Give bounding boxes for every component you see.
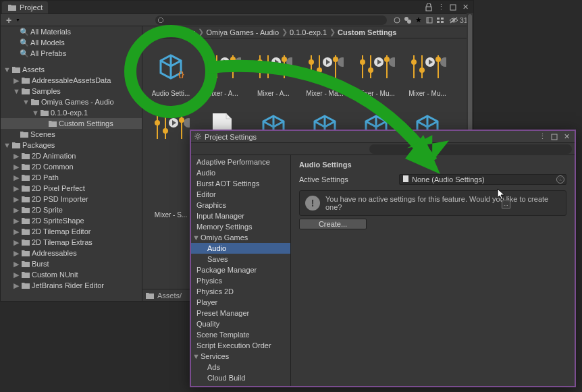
close-icon[interactable]: ✕	[561, 132, 572, 142]
grid-item[interactable]: Mixer - Ma...	[299, 44, 350, 105]
cat-omiya[interactable]: ▼Omiya Games	[191, 232, 290, 243]
filter-label-icon[interactable]	[403, 16, 413, 25]
folder-icon	[21, 238, 30, 246]
fav-all-models[interactable]: 🔍All Models	[17, 37, 142, 48]
grid-item-label: Mixer - Ma...	[302, 90, 348, 97]
close-icon[interactable]: ✕	[460, 2, 471, 13]
fav-all-prefabs[interactable]: 🔍All Prefabs	[17, 48, 142, 59]
grid-item[interactable]: Mixer - S...	[145, 165, 196, 226]
cat-script[interactable]: Script Execution Order	[191, 340, 290, 351]
tab-label: Project	[20, 3, 43, 11]
cat-physics2d[interactable]: Physics 2D	[191, 286, 290, 297]
tree-pkg-2danim[interactable]: ▶2D Animation	[1, 150, 142, 161]
cat-quality[interactable]: Quality	[191, 318, 290, 329]
asset-thumb-icon	[305, 47, 345, 87]
chevron-right-icon: ❯	[282, 28, 287, 36]
folder-icon	[11, 141, 21, 149]
cat-player[interactable]: Player	[191, 297, 290, 308]
tree-assets[interactable]: ▼Assets	[1, 64, 142, 75]
cat-adaptive[interactable]: Adaptive Performance	[191, 157, 290, 167]
active-settings-value: None (Audio Settings)	[412, 175, 485, 184]
cat-preset[interactable]: Preset Manager	[191, 308, 290, 318]
grid-item[interactable]: Mixer - Mu...	[402, 44, 453, 105]
cat-burst[interactable]: Burst AOT Settings	[191, 178, 290, 189]
tree-custom-settings[interactable]: Custom Settings	[1, 118, 142, 129]
grid-item-label: Mixer - S...	[148, 211, 194, 219]
create-button[interactable]: Create...	[299, 219, 367, 229]
folder-icon	[7, 3, 17, 11]
menu-icon[interactable]: ⋮	[435, 2, 446, 13]
tree-pkg-addr[interactable]: ▶Addressables	[1, 248, 142, 258]
maximize-icon[interactable]	[549, 132, 560, 142]
grid-item[interactable]: Mixer - Mu...	[350, 44, 402, 105]
grid-item[interactable]: Mixer - A...	[248, 44, 299, 105]
crumb-2[interactable]: Omiya Games - Audio	[206, 28, 279, 36]
dropdown-arrow-icon[interactable]: ▼	[16, 18, 20, 22]
svg-rect-70	[552, 134, 557, 140]
project-tab[interactable]: Project	[2, 1, 48, 13]
svg-point-3	[407, 20, 411, 24]
tree-pkg-burst[interactable]: ▶Burst	[1, 258, 142, 269]
cat-audio[interactable]: Audio	[191, 167, 290, 178]
cat-omiya-saves[interactable]: Saves	[191, 254, 290, 264]
tree-addressable[interactable]: ▶AddressableAssetsData	[1, 75, 142, 86]
tree-pkg-2dtmex[interactable]: ▶2D Tilemap Extras	[1, 237, 142, 248]
lock-icon[interactable]	[423, 2, 434, 13]
save-search-icon[interactable]: ★	[414, 16, 423, 25]
asset-thumb-icon	[253, 47, 294, 87]
grid-item[interactable]: {}Audio Setti...	[145, 44, 196, 105]
fav-all-materials[interactable]: 🔍All Materials	[17, 26, 142, 37]
object-picker-icon[interactable]: ☉	[556, 175, 564, 184]
crumb-3[interactable]: 0.1.0-exp.1	[290, 28, 327, 36]
settings-icon[interactable]	[425, 16, 434, 25]
settings-header: Project Settings ⋮ ✕	[191, 131, 575, 143]
tree-version[interactable]: ▼0.1.0-exp.1	[1, 107, 142, 118]
svg-point-47	[384, 57, 390, 62]
folder-icon	[21, 184, 30, 192]
grid-item-label: Mixer - Mu...	[353, 90, 399, 97]
cat-scene[interactable]: Scene Template	[191, 329, 290, 340]
menu-icon[interactable]: ⋮	[537, 132, 548, 142]
tree-pkg-2dcommon[interactable]: ▶2D Common	[1, 161, 142, 172]
eye-slash-icon	[449, 17, 458, 24]
grid-item[interactable]	[145, 105, 196, 165]
tree-omiya[interactable]: ▼Omiya Games - Audio	[1, 96, 142, 107]
chevron-right-icon: ❯	[167, 28, 172, 36]
cat-pkgmgr[interactable]: Package Manager	[191, 264, 290, 275]
settings-categories: Adaptive Performance Audio Burst AOT Set…	[191, 155, 291, 386]
cat-input[interactable]: Input Manager	[191, 211, 290, 221]
project-search-input[interactable]	[155, 16, 387, 25]
cat-services[interactable]: ▼Services	[191, 351, 290, 362]
project-toolbar: + ▼ ★ 31	[1, 14, 473, 26]
crumb-0[interactable]: ...ets	[148, 28, 164, 36]
tree-pkg-2dsprite[interactable]: ▶2D Sprite	[1, 204, 142, 215]
tree-pkg-2dpsd[interactable]: ▶2D PSD Importer	[1, 194, 142, 204]
crumb-4[interactable]: Custom Settings	[338, 28, 396, 36]
tree-pkg-2dtm[interactable]: ▶2D Tilemap Editor	[1, 226, 142, 237]
tree-samples[interactable]: ▼Samples	[1, 86, 142, 96]
maximize-icon[interactable]	[448, 2, 458, 13]
asset-icon	[402, 175, 409, 184]
cat-graphics[interactable]: Graphics	[191, 200, 290, 211]
layout-icon[interactable]	[435, 16, 445, 25]
active-settings-field[interactable]: None (Audio Settings) ☉	[399, 174, 566, 185]
tree-scenes[interactable]: Scenes	[1, 129, 142, 140]
tree-pkg-2dpixel[interactable]: ▶2D Pixel Perfect	[1, 183, 142, 194]
tree-pkg-nunit[interactable]: ▶Custom NUnit	[1, 269, 142, 280]
tree-packages[interactable]: ▼Packages	[1, 140, 142, 150]
folder-icon	[21, 281, 30, 289]
tree-pkg-rider[interactable]: ▶JetBrains Rider Editor	[1, 280, 142, 291]
cat-cloud[interactable]: Cloud Build	[191, 372, 290, 383]
cat-omiya-audio[interactable]: Audio	[191, 243, 290, 254]
cat-physics[interactable]: Physics	[191, 275, 290, 286]
add-button[interactable]: +	[3, 15, 14, 26]
settings-search-input[interactable]	[369, 144, 572, 154]
cat-ads[interactable]: Ads	[191, 362, 290, 372]
cat-editor[interactable]: Editor	[191, 189, 290, 200]
cat-memory[interactable]: Memory Settings	[191, 221, 290, 232]
filter-type-icon[interactable]	[392, 16, 402, 25]
grid-item[interactable]: Mixer - A...	[196, 44, 248, 105]
tree-pkg-2dss[interactable]: ▶2D SpriteShape	[1, 215, 142, 226]
crumb-1[interactable]: S...les	[175, 28, 196, 36]
tree-pkg-2dpath[interactable]: ▶2D Path	[1, 172, 142, 183]
